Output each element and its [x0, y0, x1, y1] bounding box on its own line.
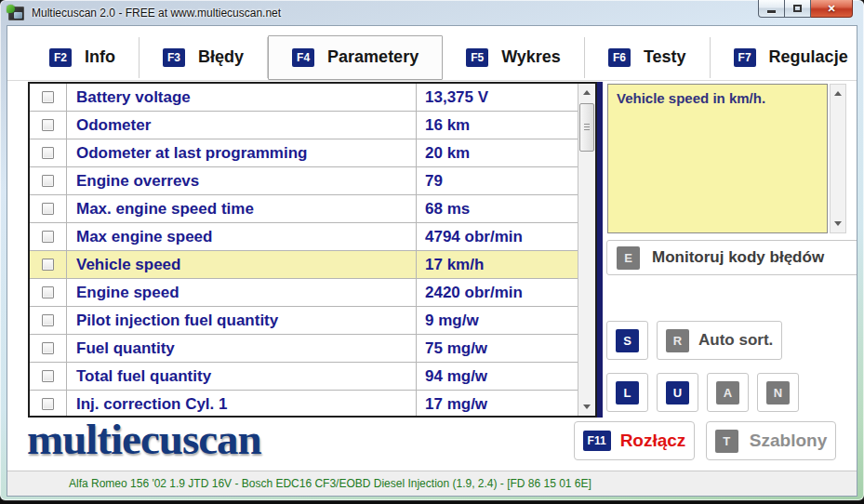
table-row[interactable]: Vehicle speed 17 km/h — [30, 251, 595, 279]
tab[interactable]: F4 Parametery — [268, 35, 443, 80]
quick-button[interactable]: U — [657, 373, 698, 412]
app-icon-screen — [14, 12, 22, 19]
table-row[interactable]: Total fuel quantity 94 mg/w — [30, 363, 595, 391]
parameter-name: Odometer — [67, 112, 417, 139]
quick-button[interactable]: A — [707, 373, 749, 412]
scroll-down-icon[interactable] — [834, 221, 842, 226]
window-title: Multiecuscan 2.0 - FREE at www.multiecus… — [32, 7, 281, 20]
parameter-value: 9 mg/w — [417, 307, 578, 334]
parameter-name: Battery voltage — [67, 84, 417, 111]
scroll-up-icon[interactable] — [583, 90, 591, 95]
scroll-down-icon[interactable] — [583, 405, 591, 409]
quick-button-label: Auto sort. — [698, 331, 773, 350]
quick-button[interactable]: R Auto sort. — [657, 321, 782, 360]
parameters-table: Battery voltage 13,375 V Odometer 16 km — [28, 82, 597, 418]
quick-button[interactable]: L — [606, 373, 648, 412]
parameter-value: 2420 obr/min — [417, 279, 578, 306]
checkbox-cell — [30, 84, 67, 111]
table-row[interactable]: Engine speed 2420 obr/min — [30, 279, 595, 307]
table-row[interactable]: Battery voltage 13,375 V — [30, 84, 595, 112]
tab[interactable]: F2 Info — [26, 37, 140, 78]
checkbox-cell — [30, 223, 67, 250]
table-row[interactable]: Pilot injection fuel quantity 9 mg/w — [30, 307, 595, 335]
table-scrollbar[interactable] — [578, 84, 595, 416]
row-checkbox[interactable] — [42, 231, 54, 243]
minimize-button[interactable] — [758, 0, 785, 18]
app-icon-leaf — [7, 5, 15, 13]
row-checkbox[interactable] — [42, 286, 54, 298]
tab-label: Parametery — [327, 47, 419, 67]
row-checkbox[interactable] — [42, 119, 54, 131]
parameter-value: 4794 obr/min — [417, 223, 578, 250]
client-area: F2 Info F3 Błędy F4 Parametery F5 — [7, 26, 857, 496]
tab[interactable]: F6 Testy — [585, 37, 711, 78]
parameter-name: Inj. correction Cyl. 1 — [67, 391, 417, 418]
vehicle-ecu-status: Alfa Romeo 156 '02 1.9 JTD 16V - Bosch E… — [69, 477, 592, 490]
parameter-name: Pilot injection fuel quantity — [67, 307, 417, 334]
row-checkbox[interactable] — [42, 398, 54, 410]
multiecuscan-logo: multiecuscan — [27, 418, 261, 461]
table-row[interactable]: Max engine speed 4794 obr/min — [30, 223, 595, 251]
scrollbar-thumb[interactable] — [579, 103, 594, 152]
parameter-rows: Battery voltage 13,375 V Odometer 16 km — [30, 84, 595, 418]
table-row[interactable]: Max. engine speed time 68 ms — [30, 195, 595, 223]
tab-bar: F2 Info F3 Błędy F4 Parametery F5 — [7, 34, 857, 81]
parameter-value: 75 mg/w — [417, 335, 578, 362]
parameter-description-panel: Vehicle speed in km/h. — [607, 84, 828, 233]
quick-buttons-row2: L U A N — [606, 373, 799, 412]
parameter-name: Engine speed — [67, 279, 417, 306]
checkbox-cell — [30, 167, 67, 194]
description-scrollbar[interactable] — [830, 84, 846, 233]
parameter-value: 16 km — [417, 112, 578, 139]
tab[interactable]: F3 Błędy — [140, 37, 268, 78]
row-checkbox[interactable] — [42, 314, 54, 326]
table-row[interactable]: Odometer at last programming 20 km — [30, 139, 595, 167]
hotkey-e-badge: E — [617, 246, 640, 270]
row-checkbox[interactable] — [42, 91, 54, 103]
row-checkbox[interactable] — [42, 203, 54, 215]
disconnect-button[interactable]: F11 Rozłącz — [574, 421, 695, 460]
fkey-badge: F5 — [466, 48, 488, 67]
table-row[interactable]: Inj. correction Cyl. 1 17 mg/w — [30, 391, 595, 418]
templates-label: Szablony — [750, 431, 827, 451]
checkbox-cell — [30, 363, 67, 390]
templates-button[interactable]: T Szablony — [706, 421, 836, 460]
maximize-button[interactable] — [785, 0, 811, 18]
monitor-error-codes-button[interactable]: E Monitoruj kody błędów — [606, 240, 857, 275]
hotkey-badge: R — [666, 329, 689, 352]
row-checkbox[interactable] — [42, 147, 54, 159]
tab[interactable]: F5 Wykres — [443, 37, 585, 78]
window-controls: ✕ — [758, 0, 853, 18]
table-row[interactable]: Fuel quantity 75 mg/w — [30, 335, 595, 363]
parameter-name: Odometer at last programming — [67, 139, 417, 166]
row-checkbox[interactable] — [42, 342, 54, 354]
checkbox-cell — [30, 112, 67, 139]
row-checkbox[interactable] — [42, 175, 54, 187]
quick-button[interactable]: N — [757, 373, 799, 412]
tab-label: Info — [85, 47, 115, 67]
checkbox-cell — [30, 279, 67, 306]
row-checkbox[interactable] — [42, 370, 54, 382]
parameter-value: 17 km/h — [417, 251, 578, 278]
tab[interactable]: F7 Regulacje — [711, 37, 857, 78]
parameter-name: Engine overrevs — [67, 167, 417, 194]
status-bar: Alfa Romeo 156 '02 1.9 JTD 16V - Bosch E… — [7, 471, 857, 496]
hotkey-f11-badge: F11 — [583, 431, 611, 451]
monitor-button-label: Monitoruj kody błędów — [652, 248, 824, 267]
hotkey-badge: L — [616, 381, 639, 405]
tab-label: Regulacje — [769, 47, 848, 67]
title-bar: Multiecuscan 2.0 - FREE at www.multiecus… — [0, 0, 864, 26]
table-row[interactable]: Engine overrevs 79 — [30, 167, 595, 195]
parameter-value: 94 mg/w — [417, 363, 578, 390]
checkbox-cell — [30, 139, 67, 166]
quick-button[interactable]: S — [606, 321, 648, 360]
close-button[interactable]: ✕ — [811, 0, 853, 18]
screen: Multiecuscan 2.0 - FREE at www.multiecus… — [0, 0, 864, 504]
parameter-name: Vehicle speed — [67, 251, 417, 278]
scroll-up-icon[interactable] — [834, 91, 842, 96]
table-row[interactable]: Odometer 16 km — [30, 112, 595, 139]
minimize-icon — [767, 10, 776, 13]
checkbox-cell — [30, 335, 67, 362]
checkbox-cell — [30, 251, 67, 278]
row-checkbox[interactable] — [42, 259, 54, 271]
